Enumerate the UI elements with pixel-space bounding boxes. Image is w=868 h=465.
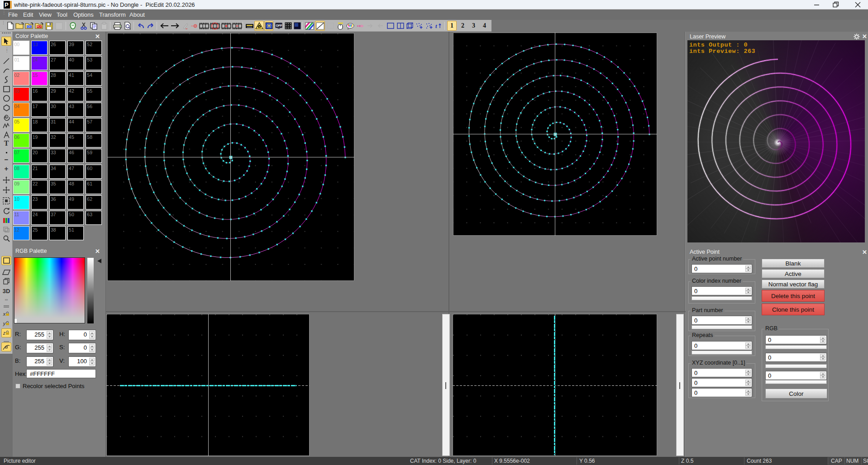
svg-text:t: t <box>435 23 437 29</box>
svg-text:CA: CA <box>27 25 31 28</box>
svg-text:OFF: OFF <box>276 24 282 27</box>
svg-text:PLY: PLY <box>37 25 42 28</box>
